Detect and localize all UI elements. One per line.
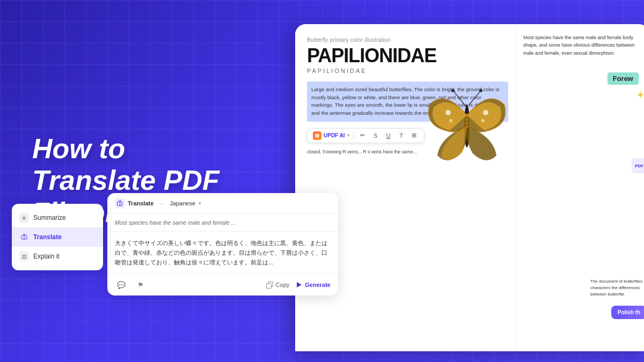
translate-panel-icon: [115, 198, 125, 208]
pdf-badge-label: PDF: [635, 164, 643, 168]
svg-point-4: [449, 119, 452, 122]
star-icon: ✦: [636, 88, 644, 101]
pdf-right-section: Most species have the same male and fema…: [515, 24, 644, 351]
forew-label: Forew: [608, 72, 639, 85]
toolbar-icon-font[interactable]: T: [397, 131, 406, 140]
toolbar-icon-underline[interactable]: U: [384, 131, 393, 140]
copy-label: Copy: [276, 282, 290, 288]
generate-button[interactable]: Generate: [296, 282, 331, 288]
ai-menu-summarize[interactable]: ≡ Summarize: [12, 208, 103, 227]
main-card: Butterfly primary color illustration PAP…: [295, 24, 644, 351]
butterfly-illustration: [419, 78, 515, 174]
pdf-subtitle: Butterfly primary color illustration: [307, 37, 508, 43]
explain-label: Explain it: [33, 253, 60, 260]
toolbar-dropdown-arrow[interactable]: ▾: [347, 133, 349, 138]
title-line1: How to: [32, 133, 125, 164]
toolbar-brand-label: UPDF AI: [324, 132, 345, 138]
translate-menu-label: Translate: [33, 233, 62, 241]
svg-marker-14: [297, 282, 302, 287]
svg-point-7: [451, 89, 455, 92]
translate-preview-text: Most species have the same male and fema…: [107, 214, 338, 232]
ai-menu-translate[interactable]: Translate: [12, 227, 103, 247]
svg-point-5: [481, 119, 485, 122]
speech-bubble-icon[interactable]: 💬: [115, 278, 128, 291]
polish-button[interactable]: Polish th: [611, 306, 644, 319]
summarize-label: Summarize: [33, 214, 66, 221]
flag-icon[interactable]: ⚑: [134, 278, 147, 291]
summarize-icon: ≡: [19, 213, 29, 223]
toolbar-brand: UPDF AI ▾: [313, 131, 349, 140]
title-line2: Translate PDF: [32, 165, 219, 196]
translate-result-text: 大きくて中サイズの美しい蝶々です。色は明るく、地色は主に黒、黄色、または白で、青…: [107, 232, 338, 274]
translate-header: Translate → Japanese ▾: [107, 193, 338, 214]
toolbar-icon-pen[interactable]: ✏: [358, 131, 367, 140]
toolbar-icon-strikethrough[interactable]: S: [371, 131, 380, 140]
translate-icon: [19, 232, 29, 242]
generate-label: Generate: [305, 282, 331, 288]
copy-button[interactable]: Copy: [266, 282, 290, 289]
pdf-badge-card: PDF: [632, 158, 644, 173]
svg-point-9: [479, 89, 482, 92]
pdf-title-big: PAPILIONIDAE: [307, 46, 508, 65]
pdf-right-body-text: Most species have the same male and fema…: [523, 34, 642, 57]
right-bottom-text: The document of butterflies characters t…: [590, 278, 644, 298]
translate-arrow: →: [159, 201, 164, 206]
updf-logo-icon: [313, 131, 321, 140]
pdf-page: Butterfly primary color illustration PAP…: [295, 24, 521, 351]
ai-menu-explain[interactable]: ⊡ Explain it: [12, 247, 103, 266]
svg-point-2: [445, 110, 451, 115]
translate-chevron-icon[interactable]: ▾: [199, 201, 201, 206]
translate-footer: 💬 ⚑ Copy Generate: [107, 274, 338, 295]
pdf-title-small: PAPILIONIDAE: [307, 68, 508, 74]
translate-panel: Translate → Japanese ▾ Most species have…: [107, 193, 338, 295]
toolbar-icon-grid[interactable]: ⊞: [410, 131, 419, 140]
translate-panel-label: Translate: [128, 200, 153, 206]
translate-target-lang: Japanese: [170, 200, 195, 206]
toolbar-separator: [354, 132, 354, 139]
svg-point-0: [315, 134, 319, 138]
pdf-toolbar: UPDF AI ▾ ✏ S U T ⊞: [307, 128, 425, 143]
svg-rect-13: [266, 283, 271, 288]
explain-icon: ⊡: [19, 252, 29, 261]
svg-point-3: [483, 110, 488, 115]
pdf-area: Butterfly primary color illustration PAP…: [295, 24, 644, 351]
ai-popup-menu: ≡ Summarize Translate ⊡ Explain it: [12, 204, 103, 270]
